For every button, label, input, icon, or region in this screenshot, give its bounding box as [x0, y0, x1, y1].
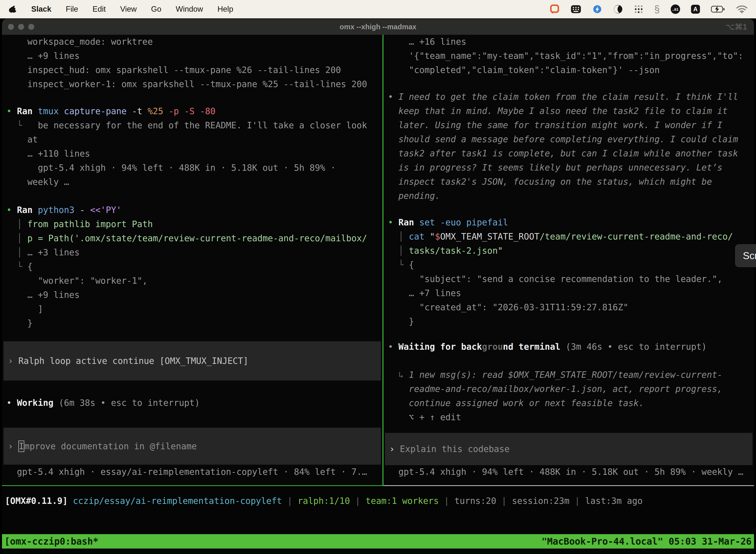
left-session-statusline: gpt-5.4 xhigh · essay/ai-reimplementatio…: [2, 465, 382, 479]
terminal-line: "created_at": "2026-03-31T11:59:27.816Z": [388, 300, 754, 315]
battery-charging-icon[interactable]: [711, 5, 725, 13]
apple-menu-icon[interactable]: [8, 4, 17, 14]
window-titlebar[interactable]: omx --xhigh --madmax ⌥⌘1: [2, 19, 754, 35]
terminal-line: … +9 lines: [6, 288, 382, 302]
terminal-line: "subject": "send a concise recommendatio…: [388, 272, 754, 286]
terminal-line: gpt-5.4 xhigh · 94% left · 488K in · 5.1…: [388, 465, 754, 479]
terminal-line: keep that in mind. Maybe I also need the…: [388, 104, 754, 118]
section-squiggle-icon[interactable]: §: [654, 4, 660, 14]
tmux-session-label[interactable]: [omx-cczip0:bash*: [4, 536, 99, 547]
menu-view[interactable]: View: [120, 5, 137, 14]
menu-file[interactable]: File: [66, 5, 78, 14]
menu-edit[interactable]: Edit: [92, 5, 106, 14]
text-cursor: I: [18, 441, 24, 452]
prompt-input-right[interactable]: › Explain this codebase: [385, 433, 753, 465]
terminal-line: continue assigned work or next feasible …: [388, 396, 754, 410]
terminal-line: ⌥ + ↑ edit: [388, 410, 754, 425]
menu-go[interactable]: Go: [151, 5, 161, 14]
window-title: omx --xhigh --madmax: [339, 23, 416, 31]
wifi-icon[interactable]: [736, 5, 748, 13]
input-source-icon[interactable]: A: [691, 5, 700, 14]
prompt-chevron-icon: ›: [389, 444, 395, 454]
terminal-line: … +9 lines: [6, 49, 382, 63]
terminal-line: │ p = Path('.omx/state/team/review-curre…: [6, 231, 382, 245]
right-pane-bottom-border: [383, 485, 754, 486]
left-ran-tmux: • Ran tmux capture-pane -t %25 -p -S -80…: [2, 104, 382, 189]
keyboard-icon[interactable]: [570, 4, 581, 14]
terminal-line: "completed","claim_token":"claim-token"}…: [388, 63, 754, 77]
right-waiting-status: • Waiting for background terminal (3m 46…: [383, 340, 754, 354]
menu-window[interactable]: Window: [176, 5, 203, 14]
right-thinking: • I need to get the claim token from the…: [383, 90, 754, 203]
terminal-line: … +110 lines: [6, 147, 382, 161]
input-placeholder-right: Explain this codebase: [400, 444, 510, 454]
terminal-line: gpt-5.4 xhigh · 94% left · 488K in · 5.1…: [6, 161, 382, 175]
terminal-line: • Waiting for background terminal (3m 46…: [388, 340, 754, 354]
banner-chevron-icon: ›: [8, 356, 13, 366]
terminal-line: … +7 lines: [388, 286, 754, 300]
terminal-line: pending.: [388, 189, 754, 203]
crescent-icon[interactable]: [613, 4, 623, 14]
terminal-line: • Ran python3 - <<'PY': [6, 203, 382, 217]
screen-overlay-tooltip[interactable]: Scre: [735, 244, 756, 267]
ralph-loop-banner: › Ralph loop active continue [OMX_TMUX_I…: [3, 341, 381, 381]
macos-menu-bar: Slack File Edit View Go Window Help: [0, 0, 756, 18]
terminal-line: readme-and-reco/mailbox/worker-1.json, a…: [388, 382, 754, 396]
left-ran-python: • Ran python3 - <<'PY' │ from pathlib im…: [2, 203, 382, 330]
window-shortcut-hint: ⌥⌘1: [726, 22, 747, 32]
right-session-statusline: gpt-5.4 xhigh · 94% left · 488K in · 5.1…: [383, 465, 754, 479]
right-mailbox-note: ↳ 1 new msg(s): read $OMX_TEAM_STATE_ROO…: [383, 368, 754, 425]
terminal-line: workspace_mode: worktree: [6, 35, 382, 49]
input-source-label: A: [693, 6, 697, 13]
terminal-line: • Working (6m 38s • esc to interrupt): [6, 396, 382, 410]
terminal-line: is in progress? It seems likely but perh…: [388, 161, 754, 175]
left-log-head: workspace_mode: worktree … +9 lines insp…: [2, 35, 382, 91]
terminal-line: … +16 lines: [388, 35, 754, 49]
left-working-status: • Working (6m 38s • esc to interrupt): [2, 396, 382, 410]
zoom-button[interactable]: [28, 24, 34, 30]
tooltip-label: Scre: [743, 250, 756, 261]
menu-help[interactable]: Help: [217, 5, 233, 14]
minimize-button[interactable]: [18, 24, 24, 30]
terminal-line: └ be necessary for the end of the README…: [6, 118, 382, 132]
terminal-line: inspect_hud: omx sparkshell --tmux-pane …: [6, 63, 382, 77]
terminal-line: gpt-5.4 xhigh · essay/ai-reimplementatio…: [6, 465, 382, 479]
screen-sharing-icon[interactable]: [550, 4, 560, 14]
terminal-line: ↳ 1 new msg(s): read $OMX_TEAM_STATE_ROO…: [388, 368, 754, 382]
tmux-status-bar: [omx-cczip0:bash* "MacBook-Pro-44.local"…: [2, 534, 754, 549]
right-log-head: … +16 lines '{"team_name":"my-team","tas…: [383, 35, 754, 77]
terminal-line: ]: [6, 302, 382, 316]
prompt-chevron-icon: ›: [8, 441, 13, 451]
terminal-line: │ cat "$OMX_TEAM_STATE_ROOT/team/review-…: [388, 230, 754, 244]
battery-61-badge-icon[interactable]: ..61: [671, 4, 680, 14]
terminal-line: later. Using the same for transition mig…: [388, 118, 754, 132]
omx-status-bar: [OMX#0.11.9] cczip/essay/ai-reimplementa…: [5, 494, 754, 508]
terminal-window: omx --xhigh --madmax ⌥⌘1 workspace_mode:…: [2, 19, 754, 554]
terminal-line: │ … +3 lines: [6, 245, 382, 260]
verified-badge-icon[interactable]: [592, 4, 602, 14]
badge-61-label: ..61: [672, 7, 678, 11]
terminal-body: workspace_mode: worktree … +9 lines insp…: [2, 35, 754, 486]
terminal-line: "worker": "worker-1",: [6, 274, 382, 288]
terminal-line: inspect task2's JSON, focusing on the st…: [388, 175, 754, 189]
terminal-line: • Ran set -euo pipefail: [388, 215, 754, 230]
terminal-pane-right[interactable]: … +16 lines '{"team_name":"my-team","tas…: [383, 35, 754, 486]
terminal-line: └ {: [388, 258, 754, 272]
terminal-line: inspect_worker-1: omx sparkshell --tmux-…: [6, 77, 382, 91]
left-pane-bottom-border: [2, 485, 382, 486]
right-ran-cat: • Ran set -euo pipefail │ cat "$OMX_TEAM…: [383, 215, 754, 329]
terminal-line: task2 after task1 is complete, but can I…: [388, 147, 754, 161]
prompt-input-left[interactable]: › I mprove documentation in @filename: [3, 428, 381, 465]
terminal-line: at: [6, 132, 382, 147]
terminal-line: • Ran tmux capture-pane -t %25 -p -S -80: [6, 104, 382, 118]
input-placeholder-left: mprove documentation in @filename: [24, 441, 197, 451]
active-app-menu[interactable]: Slack: [31, 5, 51, 14]
terminal-line: [OMX#0.11.9] cczip/essay/ai-reimplementa…: [5, 494, 754, 508]
banner-text: Ralph loop active continue [OMX_TMUX_INJ…: [18, 356, 248, 366]
close-button[interactable]: [8, 24, 14, 30]
terminal-line: weekly …: [6, 175, 382, 189]
terminal-line: '{"team_name":"my-team","task_id":"1","f…: [388, 49, 754, 63]
terminal-line: │ from pathlib import Path: [6, 217, 382, 231]
terminal-pane-left[interactable]: workspace_mode: worktree … +9 lines insp…: [2, 35, 382, 486]
dots-grid-icon[interactable]: [634, 4, 643, 14]
